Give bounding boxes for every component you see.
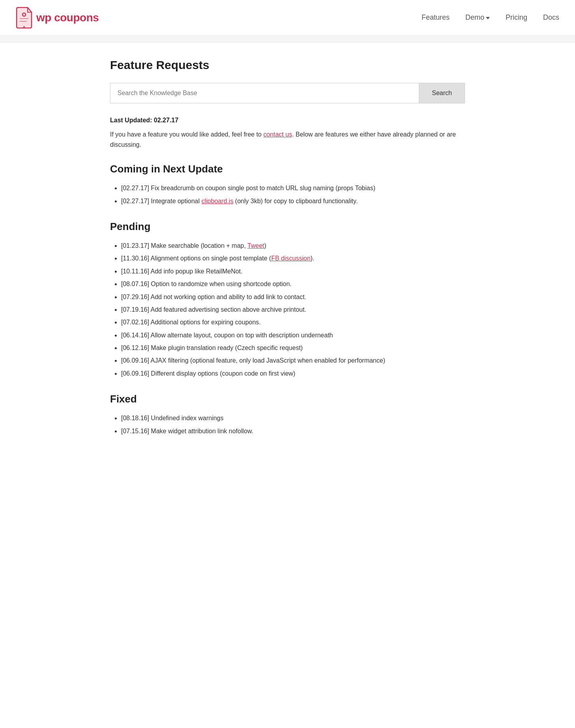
- list-item: [08.18.16] Undefined index warnings: [121, 413, 465, 423]
- list-item: [06.14.16] Allow alternate layout, coupo…: [121, 330, 465, 341]
- search-input[interactable]: [110, 83, 419, 103]
- pending-list: [01.23.17] Make searchable (location + m…: [110, 241, 465, 379]
- nav-demo[interactable]: Demo: [465, 13, 490, 22]
- list-item: [11.30.16] Alignment options on single p…: [121, 253, 465, 264]
- chevron-down-icon: [486, 17, 490, 19]
- fb-discussion-link[interactable]: FB discussion: [271, 255, 311, 262]
- list-item: [07.19.16] Add featured advertising sect…: [121, 305, 465, 315]
- list-item: [06.12.16] Make plugin translation ready…: [121, 343, 465, 353]
- section-heading-fixed: Fixed: [110, 393, 465, 405]
- contact-us-link[interactable]: contact us: [263, 131, 292, 138]
- search-bar: Search: [110, 83, 465, 103]
- logo-text: wp coupons: [36, 11, 99, 24]
- main-content: Feature Requests Search Last Updated: 02…: [98, 43, 477, 474]
- logo-link[interactable]: wp coupons: [16, 7, 99, 29]
- nav-features[interactable]: Features: [422, 13, 450, 22]
- page-title: Feature Requests: [110, 58, 465, 72]
- section-pending: Pending [01.23.17] Make searchable (loca…: [110, 221, 465, 379]
- list-item: [06.09.16] AJAX filtering (optional feat…: [121, 356, 465, 366]
- site-header: wp coupons Features Demo Pricing Docs: [0, 0, 575, 36]
- clipboard-js-link[interactable]: clipboard.js: [202, 198, 233, 204]
- logo-icon: [16, 7, 32, 29]
- last-updated: Last Updated: 02.27.17: [110, 117, 465, 124]
- list-item: [07.29.16] Add not working option and ab…: [121, 292, 465, 302]
- list-item: [02.27.17] Integrate optional clipboard.…: [121, 196, 465, 206]
- section-coming-next: Coming in Next Update [02.27.17] Fix bre…: [110, 163, 465, 206]
- site-nav: Features Demo Pricing Docs: [422, 13, 559, 22]
- intro-text: If you have a feature you would like add…: [110, 129, 465, 150]
- list-item: [01.23.17] Make searchable (location + m…: [121, 241, 465, 251]
- list-item: [02.27.17] Fix breadcrumb on coupon sing…: [121, 183, 465, 193]
- search-button[interactable]: Search: [419, 83, 465, 103]
- section-fixed: Fixed [08.18.16] Undefined index warning…: [110, 393, 465, 436]
- list-item: [06.09.16] Different display options (co…: [121, 369, 465, 379]
- list-item: [08.07.16] Option to randomize when usin…: [121, 279, 465, 289]
- sub-header-bar: [0, 36, 575, 43]
- fixed-list: [08.18.16] Undefined index warnings [07.…: [110, 413, 465, 436]
- section-heading-coming-next: Coming in Next Update: [110, 163, 465, 175]
- list-item: [10.11.16] Add info popup like RetailMeN…: [121, 266, 465, 277]
- coming-next-list: [02.27.17] Fix breadcrumb on coupon sing…: [110, 183, 465, 206]
- list-item: [07.15.16] Make widget attribution link …: [121, 426, 465, 436]
- list-item: [07.02.16] Additional options for expiri…: [121, 317, 465, 328]
- section-heading-pending: Pending: [110, 221, 465, 233]
- nav-docs[interactable]: Docs: [543, 13, 559, 22]
- nav-pricing[interactable]: Pricing: [506, 13, 527, 22]
- tweet-link[interactable]: Tweet: [247, 242, 264, 249]
